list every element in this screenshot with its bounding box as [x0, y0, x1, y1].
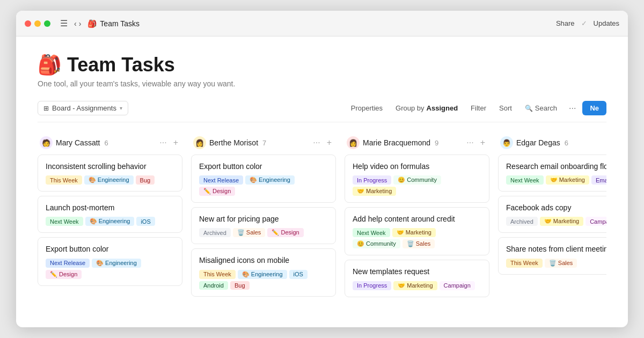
card-tag: ✏️ Design	[46, 270, 82, 279]
card-tag: Archived	[199, 228, 231, 237]
group-by-value: Assigned	[427, 104, 458, 112]
card-tag: Archived	[506, 217, 538, 226]
card[interactable]: Add help content around creditNext Week🤝…	[345, 207, 489, 255]
column-berthe: 👩Berthe Morisot7···+Export button colorN…	[191, 133, 336, 317]
column-add-button-berthe[interactable]: +	[325, 137, 334, 149]
card-tag: 🤝 Marketing	[546, 175, 589, 185]
titlebar-actions: Share ✓ Updates	[556, 19, 619, 27]
search-icon: 🔍	[525, 105, 533, 112]
card[interactable]: Export button colorNext Release🎨 Enginee…	[38, 237, 182, 285]
page-emoji: 🎒	[38, 54, 62, 76]
avatar-mary: 🧑	[40, 136, 53, 149]
card-tags: In Progress😊 Community🤝 Marketing	[353, 175, 481, 196]
page-header: 🎒 Team Tasks One tool, all your team's t…	[38, 54, 606, 98]
card-tag: Bug	[136, 175, 155, 185]
avatar-berthe: 👩	[193, 136, 206, 149]
column-add-button-mary[interactable]: +	[171, 137, 180, 149]
card-tag: In Progress	[353, 281, 391, 290]
new-button[interactable]: Ne	[582, 101, 606, 115]
card-tag: Next Release	[199, 175, 243, 185]
card-tag: 🎨 Engineering	[238, 270, 287, 279]
card-tag: 🤝 Marketing	[540, 217, 583, 226]
card-tags: Next Week🤝 Marketing😊 Community🗑️ Sales	[353, 228, 481, 248]
column-count-berthe: 7	[262, 139, 266, 147]
card[interactable]: Inconsistent scrolling behaviorThis Week…	[38, 155, 182, 192]
page-subtitle: One tool, all your team's tasks, viewabl…	[38, 79, 606, 88]
card-tag: 🎨 Engineering	[85, 217, 135, 226]
column-actions-berthe: ···+	[311, 137, 334, 149]
group-by-button[interactable]: Group by Assigned	[390, 101, 463, 115]
column-name-berthe: Berthe Morisot	[209, 138, 258, 147]
column-more-button-marie[interactable]: ···	[464, 137, 475, 149]
card-tag: Campaign	[586, 217, 606, 226]
card[interactable]: New art for pricing pageArchived🗑️ Sales…	[191, 207, 336, 244]
card-tags: This Week🎨 EngineeringBug	[46, 175, 174, 185]
column-header-berthe: 👩Berthe Morisot7···+	[191, 133, 336, 155]
card[interactable]: Launch post-mortemNext Week🎨 Engineering…	[38, 196, 182, 233]
share-button[interactable]: Share	[556, 19, 575, 27]
card-tags: Archived🤝 MarketingCampaign	[506, 217, 606, 226]
card-tags: In Progress🤝 MarketingCampaign	[353, 281, 481, 290]
card-tags: This Week🎨 EngineeringiOSAndroidBug	[199, 270, 328, 290]
card-tag: 🗑️ Sales	[233, 228, 266, 237]
card-tags: Archived🗑️ Sales✏️ Design	[199, 228, 328, 237]
titlebar: ☰ ‹ › 🎒 Team Tasks Share ✓ Updates	[16, 11, 628, 36]
column-name-edgar: Edgar Degas	[516, 138, 560, 147]
column-more-button-berthe[interactable]: ···	[311, 137, 322, 149]
card-tag: This Week	[506, 259, 543, 268]
card[interactable]: Misaligned icons on mobileThis Week🎨 Eng…	[191, 248, 336, 296]
card[interactable]: Export button colorNext Release🎨 Enginee…	[191, 155, 336, 203]
group-by-label: Group by	[396, 104, 424, 112]
card-tag: 😊 Community	[393, 175, 441, 185]
cards-marie: Help video on formulasIn Progress😊 Commu…	[345, 155, 489, 297]
column-count-mary: 6	[104, 139, 108, 147]
back-arrow-icon[interactable]: ‹	[74, 19, 77, 28]
card-tag: This Week	[46, 175, 82, 185]
forward-arrow-icon[interactable]: ›	[79, 19, 82, 28]
filter-button[interactable]: Filter	[465, 101, 492, 115]
column-header-marie: 👩Marie Bracquemond9···+	[345, 133, 489, 155]
properties-button[interactable]: Properties	[346, 101, 388, 115]
sort-button[interactable]: Sort	[494, 101, 517, 115]
card-tag: 🗑️ Sales	[402, 239, 435, 248]
column-header-mary: 🧑Mary Cassatt6···+	[38, 133, 182, 155]
card-tag: ✏️ Design	[199, 187, 235, 196]
card-tags: Next Week🎨 EngineeringiOS	[46, 217, 174, 226]
view-toggle-button[interactable]: ⊞ Board - Assignments ▾	[38, 101, 128, 115]
card[interactable]: Help video on formulasIn Progress😊 Commu…	[345, 155, 489, 203]
card[interactable]: Share notes from client meetingThis Week…	[498, 237, 606, 274]
column-count-edgar: 6	[565, 139, 568, 147]
card-tag: iOS	[289, 270, 308, 279]
sort-label: Sort	[499, 104, 512, 112]
card-tag: Next Week	[353, 228, 390, 237]
more-options-button[interactable]: ···	[565, 101, 580, 115]
card[interactable]: New templates requestIn Progress🤝 Market…	[345, 260, 489, 297]
card-title: Export button color	[46, 244, 174, 254]
fullscreen-button[interactable]	[44, 20, 50, 27]
card-tag: 🤝 Marketing	[393, 281, 437, 290]
card[interactable]: Facebook ads copyArchived🤝 MarketingCamp…	[498, 196, 606, 233]
column-add-button-marie[interactable]: +	[478, 137, 487, 149]
search-label: Search	[535, 104, 557, 112]
card-tag: 🎨 Engineering	[245, 175, 295, 185]
cards-mary: Inconsistent scrolling behaviorThis Week…	[38, 155, 182, 286]
column-name-mary: Mary Cassatt	[56, 138, 100, 147]
card-tag: 🤝 Marketing	[353, 187, 396, 196]
card-tag: In Progress	[353, 175, 391, 185]
page-content: 🎒 Team Tasks One tool, all your team's t…	[16, 36, 628, 327]
titlebar-emoji: 🎒	[87, 19, 97, 28]
app-window: ☰ ‹ › 🎒 Team Tasks Share ✓ Updates 🎒 Tea…	[16, 11, 628, 327]
search-button[interactable]: 🔍 Search	[519, 101, 562, 115]
card[interactable]: Research email onboarding flowsNext Week…	[498, 155, 606, 192]
cards-edgar: Research email onboarding flowsNext Week…	[498, 155, 606, 275]
minimize-button[interactable]	[34, 20, 41, 27]
update-button[interactable]: Updates	[594, 19, 619, 27]
card-tags: Next Release🎨 Engineering✏️ Design	[199, 175, 328, 196]
column-actions-marie: ···+	[464, 137, 487, 149]
card-tag: 🗑️ Sales	[545, 259, 577, 268]
card-title: Share notes from client meeting	[506, 244, 606, 254]
close-button[interactable]	[25, 20, 31, 27]
menu-icon[interactable]: ☰	[60, 18, 68, 28]
column-more-button-mary[interactable]: ···	[157, 137, 169, 149]
board-icon: ⊞	[43, 105, 49, 112]
